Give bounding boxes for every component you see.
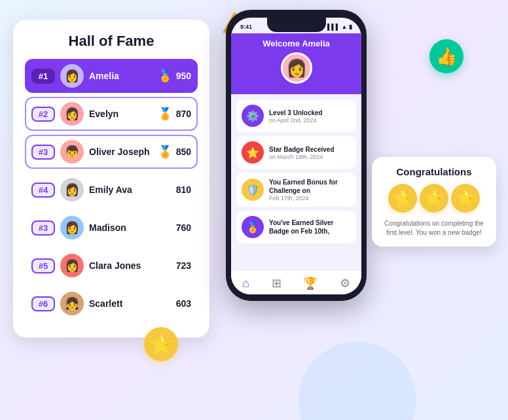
rank-badge-4: #4 xyxy=(31,183,55,198)
hof-row-5[interactable]: #3 👩 Madison 760 xyxy=(25,211,198,245)
nav-activity-icon[interactable]: ⊞ xyxy=(272,276,281,290)
phone-screen: 9:41 ▌▌▌ ▲ ▮ Welcome Amelia 👩 ⚙️ Level 3… xyxy=(231,18,361,294)
hof-row-2[interactable]: #2 👩 Evelyn 🏅 870 xyxy=(25,97,198,131)
hof-score-1: 950 xyxy=(176,71,191,81)
hof-score-2: 870 xyxy=(176,109,191,119)
rank-badge-5: #3 xyxy=(31,220,55,236)
star-decoration: ⭐ xyxy=(144,327,178,361)
activity-icon-2: ⭐ xyxy=(242,141,264,164)
hof-score-7: 603 xyxy=(176,298,191,309)
hof-score-5: 760 xyxy=(176,222,191,233)
stars-row: ⭐ ⭐ ⭐ xyxy=(381,184,487,213)
rank-badge-7: #6 xyxy=(31,296,55,311)
avatar-5: 👩 xyxy=(60,216,84,239)
nav-home-icon[interactable]: ⌂ xyxy=(242,277,249,290)
hall-of-fame-card: Hall of Fame #1 👩 Amelia 🏅 950 #2 👩 Evel… xyxy=(13,20,209,338)
hof-title: Hall of Fame xyxy=(25,33,198,50)
star-2: ⭐ xyxy=(420,184,448,213)
hof-row-6[interactable]: #5 👩 Clara Jones 723 xyxy=(25,249,198,283)
rank-badge-6: #5 xyxy=(31,258,55,273)
star-1: ⭐ xyxy=(388,184,417,213)
phone-avatar: 👩 xyxy=(281,52,312,84)
activity-item-1[interactable]: ⚙️ Level 3 Unlocked on April 2nd, 2024 xyxy=(236,99,356,132)
avatar-7: 👧 xyxy=(60,292,84,315)
phone-content: ⚙️ Level 3 Unlocked on April 2nd, 2024 ⭐… xyxy=(231,94,361,279)
hof-row-1[interactable]: #1 👩 Amelia 🏅 950 xyxy=(25,59,198,93)
phone-icons: ▌▌▌ ▲ ▮ xyxy=(327,24,352,30)
activity-icon-4: 🏅 xyxy=(242,216,264,238)
nav-settings-icon[interactable]: ⚙ xyxy=(340,276,350,290)
hof-name-7: Scarlett xyxy=(89,298,176,309)
avatar-6: 👩 xyxy=(60,254,84,277)
phone-mockup: 9:41 ▌▌▌ ▲ ▮ Welcome Amelia 👩 ⚙️ Level 3… xyxy=(226,10,367,301)
hof-name-2: Evelyn xyxy=(89,109,158,119)
activity-item-2[interactable]: ⭐ Star Badge Received on March 18th, 202… xyxy=(236,136,356,169)
activity-item-4[interactable]: 🏅 You've Earned Silver Badge on Feb 10th… xyxy=(236,211,356,243)
avatar-1: 👩 xyxy=(60,64,84,88)
activity-text-4: You've Earned Silver Badge on Feb 10th, xyxy=(269,219,351,236)
activity-text-2: Star Badge Received on March 18th, 2024 xyxy=(269,145,335,160)
hof-name-4: Emily Ava xyxy=(89,184,176,195)
hof-score-3: 850 xyxy=(176,147,191,157)
rank-badge-2: #2 xyxy=(31,107,55,122)
hof-name-6: Clara Jones xyxy=(89,260,176,271)
avatar-3: 👦 xyxy=(60,140,84,164)
congrats-text: Congratulations on completing the first … xyxy=(381,219,487,237)
avatar-4: 👩 xyxy=(60,178,84,201)
thumbs-up-badge: 👍 xyxy=(429,39,463,73)
rank-badge-3: #3 xyxy=(31,145,55,160)
congratulations-card: Congratulations ⭐ ⭐ ⭐ Congratulations on… xyxy=(372,157,496,247)
activity-icon-1: ⚙️ xyxy=(242,105,264,127)
rank-badge-1: #1 xyxy=(31,69,55,84)
hof-score-6: 723 xyxy=(176,260,191,271)
activity-text-3: You Earned Bonus for Challenge on Feb 17… xyxy=(269,178,351,201)
medal-icon-3: 🏅 xyxy=(158,145,172,159)
hof-score-4: 810 xyxy=(176,184,191,195)
nav-trophy-icon[interactable]: 🏆 xyxy=(303,276,318,290)
phone-header: Welcome Amelia 👩 xyxy=(231,33,361,94)
hof-name-5: Madison xyxy=(89,222,176,233)
avatar-2: 👩 xyxy=(60,102,84,126)
hof-row-7[interactable]: #6 👧 Scarlett 603 xyxy=(25,287,198,321)
congrats-title: Congratulations xyxy=(381,166,487,177)
hof-name-1: Amelia xyxy=(89,71,158,81)
hof-row-4[interactable]: #4 👩 Emily Ava 810 xyxy=(25,173,198,207)
phone-nav: ⌂ ⊞ 🏆 ⚙ xyxy=(231,270,361,294)
phone-time: 9:41 xyxy=(240,24,252,30)
activity-item-3[interactable]: 🛡️ You Earned Bonus for Challenge on Feb… xyxy=(236,173,356,207)
hof-name-3: Oliver Joseph xyxy=(89,147,158,157)
activity-icon-3: 🛡️ xyxy=(242,179,264,201)
star-3: ⭐ xyxy=(451,184,480,213)
circle-decoration xyxy=(299,341,416,420)
medal-icon-1: 🏅 xyxy=(158,69,172,83)
medal-icon-2: 🏅 xyxy=(158,107,172,121)
phone-welcome: Welcome Amelia xyxy=(239,39,354,48)
phone-notch xyxy=(267,18,326,32)
activity-text-1: Level 3 Unlocked on April 2nd, 2024 xyxy=(269,109,323,124)
hof-row-3[interactable]: #3 👦 Oliver Joseph 🏅 850 xyxy=(25,135,198,169)
